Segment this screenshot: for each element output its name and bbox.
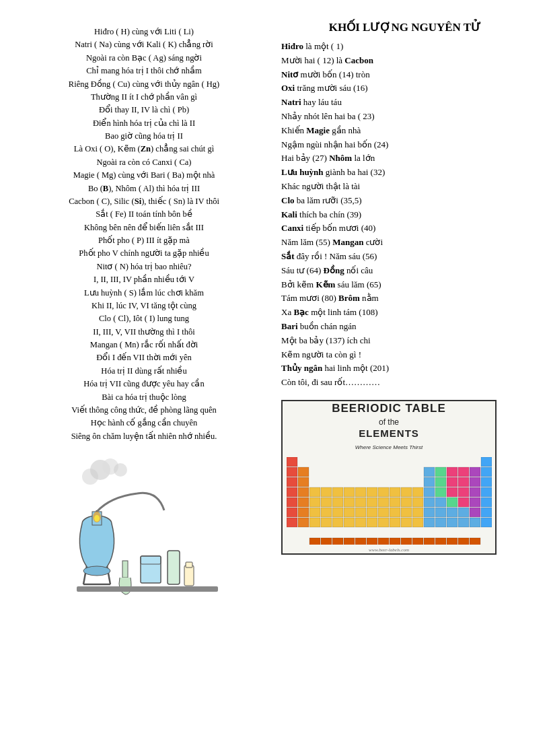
left-line: Nitơ ( N) hóa trị bao nhiêu? <box>20 261 268 273</box>
left-column: Hiđro ( H) cùng với Liti ( Li)Natri ( Na… <box>20 20 268 743</box>
left-line: Ngoài ra còn Bạc ( Ag) sáng ngời <box>20 52 268 65</box>
left-content: Hiđro ( H) cùng với Liti ( Li)Natri ( Na… <box>20 26 268 443</box>
left-line: I, II, III, IV phần nhiều tới V <box>20 273 268 286</box>
right-line: Kali thích ba chín (39) <box>281 208 529 222</box>
pt-footer: www.beer-labels.com <box>369 547 409 553</box>
left-line: Là Oxi ( O), Kẽm (Zn) chẳng sai chút gì <box>20 143 268 156</box>
right-line: Khiến Magie gần nhà <box>281 124 529 138</box>
left-line: Sắt ( Fe) II toán tính bôn bề <box>20 208 268 221</box>
left-line: Bài ca hóa trị thuộc lòng <box>20 391 268 404</box>
left-line: Mangan ( Mn) rắc rối nhất đời <box>20 339 268 351</box>
svg-point-19 <box>94 515 100 522</box>
right-line: Hiđro là một ( 1) <box>281 40 529 54</box>
svg-rect-11 <box>122 561 128 578</box>
left-line: Ngoài ra còn có Canxi ( Ca) <box>20 156 268 169</box>
left-line: Khi II, lúc IV, VI tăng tột cùng <box>20 300 268 312</box>
left-line: Riêng Đồng ( Cu) cùng với thủy ngân ( Hg… <box>20 78 268 91</box>
left-line: Clo ( Cl), Iôt ( I) lung tung <box>20 312 268 325</box>
lab-image <box>20 456 268 607</box>
right-line: Năm lăm (55) Mangan cười <box>281 236 529 250</box>
right-line: Hai bảy (27) Nhôm la lớn <box>281 151 529 166</box>
pt-title: BEERIODIC TABLE of the ELEMENTS Where Sc… <box>332 402 446 452</box>
right-line: Clo ba lăm rưỡi (35,5) <box>281 194 529 208</box>
svg-point-10 <box>114 463 127 477</box>
right-line: Mười hai ( 12) là Cacbon <box>281 54 529 68</box>
right-line: Kẽm người ta còn gì ! <box>281 348 529 362</box>
right-line: Khác người thật là tài <box>281 180 529 194</box>
svg-rect-14 <box>168 551 180 584</box>
left-line: Lưu huỳnh ( S) lắm lúc chơi khăm <box>20 287 268 300</box>
left-line: Bao giờ cũng hóa trị II <box>20 130 268 143</box>
right-line: Bari buồn chán ngán <box>281 320 529 334</box>
svg-rect-15 <box>184 565 194 586</box>
left-line: Magie ( Mg) cùng với Bari ( Ba) một nhà <box>20 169 268 182</box>
left-line: Hiđro ( H) cùng với Liti ( Li) <box>20 26 268 38</box>
left-line: Đổi I đến VII thời mới yên <box>20 351 268 364</box>
right-line: Canxi tiếp bốn mươi (40) <box>281 221 529 236</box>
left-line: Viết thông công thức, đề phòng lãng quên <box>20 404 268 417</box>
right-line: Lưu huỳnh giành ba hai (32) <box>281 166 529 180</box>
left-line: Đổi thay II, IV là chì ( Pb) <box>20 104 268 116</box>
svg-point-5 <box>83 566 110 576</box>
right-line: Sắt đây rồi ! Năm sáu (56) <box>281 250 529 264</box>
right-line: Xa Bạc một linh tám (108) <box>281 306 529 320</box>
right-line: Sáu tư (64) Đồng nối câu <box>281 264 529 278</box>
left-line: Học hành cố gắng cần chuyên <box>20 417 268 429</box>
svg-rect-12 <box>141 556 161 583</box>
left-line: Không bên nên để biến liên sắt III <box>20 221 268 234</box>
left-line: Natri ( Na) cùng với Kali ( K) chẳng rời <box>20 38 268 51</box>
right-line: Ngậm ngùi nhận hai bốn (24) <box>281 138 529 152</box>
right-line: Bởi kẽm Kẽm sáu lăm (65) <box>281 278 529 292</box>
right-line: Một ba bảy (137) ích chi <box>281 334 529 348</box>
left-line: Phốt pho ( P) III ít gặp mà <box>20 234 268 247</box>
left-line: II, III, V, VII thường thì I thôi <box>20 326 268 339</box>
left-line: Hóa trị II dùng rất nhiều <box>20 365 268 378</box>
left-line: Thường II ít I chớ phần vân gì <box>20 91 268 104</box>
right-line: Thủy ngân hai linh một (201) <box>281 362 529 376</box>
periodic-table-image: BEERIODIC TABLE of the ELEMENTS Where Sc… <box>281 400 497 555</box>
left-line: Siêng ôn chăm luyện tất nhiên nhớ nhiều. <box>20 430 268 443</box>
left-line: Chỉ mang hóa trị I thôi chớ nhầm <box>20 65 268 77</box>
right-line: Natri hay láu táu <box>281 96 529 110</box>
right-title: KHỐI LƯỢNG NGUYÊN TỬ <box>281 20 529 34</box>
right-line: Tám mươi (80) Brôm nằm <box>281 291 529 306</box>
left-line: Phốt pho V chính người ta gặp nhiều <box>20 247 268 260</box>
right-line: Nhảy nhót lên hai ba ( 23) <box>281 110 529 124</box>
left-line: Điển hình hóa trị của chì là II <box>20 117 268 130</box>
left-line: Bo (B), Nhôm ( Al) thì hóa trị III <box>20 182 268 195</box>
left-line: Hóa trị VII cũng được yêu hay cần <box>20 378 268 390</box>
right-line: Oxi trăng mười sáu (16) <box>281 81 529 96</box>
right-content: Hiđro là một ( 1)Mười hai ( 12) là Cacbo… <box>281 40 529 390</box>
svg-rect-17 <box>77 586 218 592</box>
right-column: KHỐI LƯỢNG NGUYÊN TỬ Hiđro là một ( 1)Mư… <box>281 20 529 743</box>
svg-rect-16 <box>186 562 192 568</box>
right-line: Còn tôi, đi sau rốt………… <box>281 376 529 390</box>
right-line: Nitơ mười bốn (14) tròn <box>281 68 529 82</box>
left-line: Cacbon ( C), Silic (Si), thiếc ( Sn) là … <box>20 195 268 208</box>
